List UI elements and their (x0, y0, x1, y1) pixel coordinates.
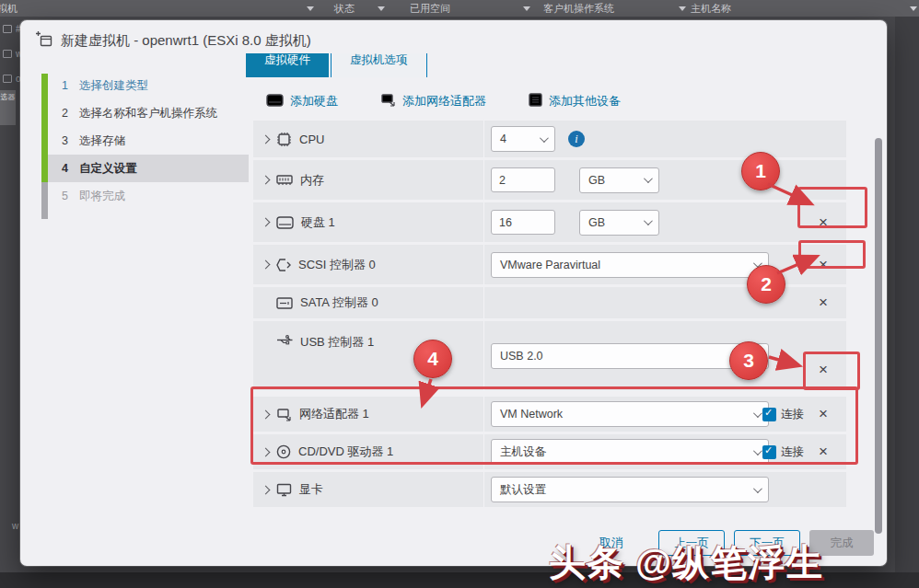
column-header-host-name[interactable]: 主机名称 (691, 2, 731, 16)
row-label: SCSI 控制器 0 (298, 257, 376, 273)
row-label: USB 控制器 1 (300, 334, 374, 351)
add-network-adapter-label: 添加网络适配器 (402, 93, 486, 110)
annotation-badge-3: 3 (729, 341, 768, 380)
memory-unit-select[interactable]: GB (579, 167, 659, 193)
cpu-info-icon[interactable]: i (568, 131, 585, 147)
step-select-storage[interactable]: 3 选择存储 (48, 127, 249, 155)
column-header-used-space[interactable]: 已用空间 (410, 2, 450, 16)
column-header-status[interactable]: 状态 (334, 2, 355, 16)
video-settings-value: 默认设置 (500, 482, 546, 498)
cpu-count-select[interactable]: 4 (491, 126, 555, 152)
disk-unit-value: GB (588, 216, 605, 229)
add-hard-disk-label: 添加硬盘 (290, 93, 338, 110)
annotation-box-1 (797, 187, 867, 228)
expand-chevron-icon[interactable] (262, 260, 271, 270)
chevron-down-icon (540, 133, 549, 143)
step-label: 选择创建类型 (79, 78, 148, 94)
remove-sata-button[interactable]: × (811, 291, 835, 315)
device-toolbar: 添加硬盘 添加网络适配器 添加其他设备 (246, 78, 870, 121)
tab-bar: 虚拟硬件 虚拟机选项 (246, 53, 870, 78)
text-fragment: w (12, 521, 18, 531)
usb-controller-icon (276, 334, 293, 346)
chevron-down-icon (644, 216, 653, 225)
row-label: 内存 (300, 172, 324, 189)
row-label: 显卡 (299, 481, 323, 498)
cpu-count-value: 4 (500, 133, 506, 145)
expand-chevron-icon[interactable] (262, 485, 271, 494)
step-number: 2 (59, 107, 68, 120)
memory-unit-value: GB (588, 174, 605, 187)
sata-controller-icon (276, 297, 293, 309)
dialog-title-row: 新建虚拟机 - openwrt1 (ESXi 8.0 虚拟机) (35, 30, 311, 52)
chevron-down-icon[interactable] (523, 6, 530, 11)
add-hard-disk-button[interactable]: 添加硬盘 (266, 93, 338, 110)
tab-vm-options[interactable]: 虚拟机选项 (331, 53, 427, 77)
chevron-down-icon[interactable] (307, 6, 314, 11)
step-number: 4 (59, 162, 68, 175)
background-vm-list-item: o (3, 74, 21, 84)
scsi-type-select[interactable]: VMware Paravirtual (491, 252, 769, 278)
background-right-band (895, 17, 919, 572)
dialog-title: 新建虚拟机 - openwrt1 (ESXi 8.0 虚拟机) (61, 32, 311, 50)
hardware-row-video-card: 显卡 默认设置 (253, 472, 846, 507)
scsi-type-value: VMware Paravirtual (500, 259, 600, 271)
chevron-down-icon[interactable] (910, 6, 917, 11)
step-label: 选择存储 (79, 133, 125, 149)
step-select-creation-type[interactable]: 1 选择创建类型 (48, 72, 249, 99)
progress-done-segment (41, 74, 48, 182)
scsi-controller-icon (276, 258, 291, 272)
annotation-box-2 (798, 240, 866, 269)
background-vm-list-item: # (3, 24, 21, 34)
progress-todo-segment (41, 182, 48, 219)
expand-chevron-icon[interactable] (262, 218, 271, 227)
usb-version-select[interactable]: USB 2.0 (491, 343, 769, 369)
step-label: 选择名称和客户机操作系统 (79, 106, 217, 121)
hardware-row-disk1: 硬盘 1 GB × (253, 202, 846, 242)
step-number: 3 (59, 134, 68, 147)
background-side-badge: 选器 (0, 90, 16, 125)
other-device-icon (529, 93, 542, 110)
step-select-name-os[interactable]: 2 选择名称和客户机操作系统 (48, 99, 249, 127)
column-header-vm[interactable]: 虚拟机 (0, 2, 17, 16)
annotation-box-4 (250, 386, 858, 465)
add-other-device-label: 添加其他设备 (549, 93, 621, 110)
tab-label: 虚拟机选项 (350, 53, 408, 68)
row-label: CPU (299, 133, 324, 146)
step-number: 5 (59, 190, 68, 202)
step-number: 1 (59, 79, 68, 92)
tab-label: 虚拟硬件 (264, 53, 310, 68)
video-settings-select[interactable]: 默认设置 (491, 477, 769, 502)
annotation-badge-1: 1 (741, 152, 780, 190)
column-header-guest-os[interactable]: 客户机操作系统 (543, 2, 614, 16)
step-customize-settings[interactable]: 4 自定义设置 (48, 155, 249, 182)
disk-unit-select[interactable]: GB (579, 210, 659, 236)
disk-size-input[interactable] (491, 210, 555, 235)
expand-chevron-icon[interactable] (262, 134, 271, 144)
vm-icon (3, 25, 12, 33)
vertical-scrollbar[interactable] (875, 138, 882, 534)
video-card-icon (276, 483, 292, 497)
chevron-down-icon (753, 484, 762, 493)
usb-version-value: USB 2.0 (500, 350, 543, 363)
step-label: 自定义设置 (79, 161, 137, 177)
add-network-adapter-button[interactable]: 添加网络适配器 (380, 93, 486, 110)
steps-progress-bar (41, 74, 48, 219)
chevron-down-icon[interactable] (679, 6, 686, 11)
tab-virtual-hardware[interactable]: 虚拟硬件 (246, 53, 329, 77)
add-other-device-button[interactable]: 添加其他设备 (529, 93, 621, 110)
expand-chevron-icon[interactable] (262, 176, 271, 185)
background-text-fragment: w (12, 521, 18, 531)
background-table-header: 虚拟机 状态 已用空间 客户机操作系统 主机名称 (0, 0, 919, 17)
annotation-badge-4: 4 (413, 340, 452, 378)
chevron-down-icon[interactable] (378, 6, 385, 11)
network-adapter-icon (380, 93, 396, 110)
chevron-down-icon (644, 174, 653, 183)
step-ready-to-complete[interactable]: 5 即将完成 (48, 182, 249, 210)
watermark: 头条 @纵笔浮生 (549, 537, 823, 588)
vm-icon (3, 75, 12, 83)
wizard-steps: 1 选择创建类型 2 选择名称和客户机操作系统 3 选择存储 4 自定义设置 5… (41, 72, 249, 210)
step-label: 即将完成 (79, 189, 125, 204)
annotation-badge-2: 2 (747, 265, 785, 304)
row-label: SATA 控制器 0 (300, 294, 378, 311)
memory-size-input[interactable] (491, 167, 555, 192)
